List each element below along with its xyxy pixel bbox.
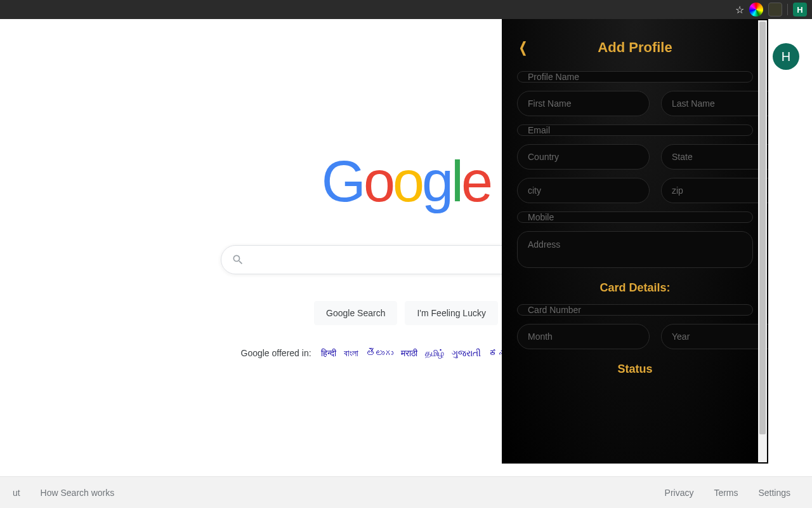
lang-link[interactable]: தமிழ் <box>425 348 444 358</box>
zip-field[interactable] <box>661 178 768 203</box>
extension-icon-active[interactable] <box>768 3 782 17</box>
card-details-heading: Card Details: <box>517 281 753 295</box>
footer-link[interactable]: Privacy <box>665 488 694 498</box>
lang-link[interactable]: తెలుగు <box>366 348 393 358</box>
state-field[interactable] <box>661 144 768 170</box>
toolbar-separator <box>787 4 788 15</box>
card-number-field[interactable] <box>517 304 753 316</box>
status-heading: Status <box>517 363 753 376</box>
footer-link[interactable]: Settings <box>758 488 790 498</box>
popup-title: Add Profile <box>598 39 672 56</box>
browser-toolbar: ☆ H <box>0 0 812 19</box>
feeling-lucky-button[interactable]: I'm Feeling Lucky <box>405 301 498 325</box>
popup-scroll-thumb[interactable] <box>759 22 766 434</box>
email-field[interactable] <box>517 124 753 136</box>
search-icon <box>232 253 244 266</box>
lang-link[interactable]: বাংলা <box>344 348 358 358</box>
card-year-field[interactable] <box>661 324 768 349</box>
lang-link[interactable]: हिन्दी <box>321 348 336 358</box>
footer: ut How Search works Privacy Terms Settin… <box>0 476 812 508</box>
address-field[interactable] <box>517 231 753 268</box>
bookmark-star-icon[interactable]: ☆ <box>735 4 744 16</box>
city-field[interactable] <box>517 178 650 203</box>
footer-link[interactable]: ut <box>13 488 20 498</box>
card-month-field[interactable] <box>517 324 650 349</box>
language-prefix: Google offered in: <box>241 348 311 358</box>
popup-header: ❮ Add Profile <box>517 28 753 67</box>
footer-link[interactable]: How Search works <box>41 488 115 498</box>
profile-name-field[interactable] <box>517 71 753 83</box>
popup-scrollbar[interactable] <box>758 20 767 462</box>
first-name-field[interactable] <box>517 91 650 116</box>
profile-form: Card Details: Status <box>517 71 753 377</box>
country-field[interactable] <box>517 144 650 170</box>
browser-profile-avatar[interactable]: H <box>793 3 807 17</box>
lang-link[interactable]: मराठी <box>401 348 417 358</box>
lang-link[interactable]: ગુજરાતી <box>452 348 481 358</box>
google-search-button[interactable]: Google Search <box>314 301 397 325</box>
extension-icon-color[interactable] <box>749 3 763 17</box>
back-icon[interactable]: ❮ <box>519 39 527 56</box>
footer-link[interactable]: Terms <box>714 488 738 498</box>
google-account-avatar[interactable]: H <box>773 43 799 70</box>
mobile-field[interactable] <box>517 211 753 223</box>
extension-popup: ❮ Add Profile Card Details: Status <box>502 19 768 464</box>
last-name-field[interactable] <box>661 91 768 116</box>
